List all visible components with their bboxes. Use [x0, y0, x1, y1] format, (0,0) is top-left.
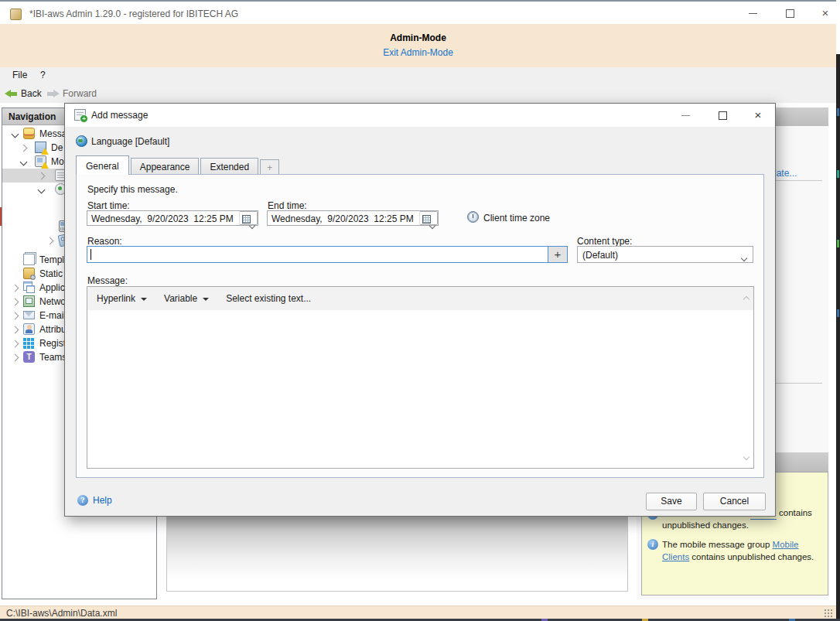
- message-preview-box: [166, 517, 628, 592]
- background-window-sliver: [836, 54, 840, 621]
- chevron-down-icon: [429, 223, 435, 229]
- content-type-select[interactable]: (Default): [577, 246, 753, 263]
- tree-item-label: E-mail: [39, 310, 66, 321]
- end-time-picker[interactable]: Wednesday, 9/20/2023 12:25 PM: [267, 210, 439, 226]
- templates-icon: [23, 254, 35, 265]
- teams-icon: [23, 351, 35, 363]
- dialog-maximize-button[interactable]: [710, 107, 735, 124]
- forward-label: Forward: [63, 88, 97, 99]
- network-icon: [23, 295, 35, 307]
- scroll-down-button[interactable]: [744, 451, 749, 462]
- dialog-close-button[interactable]: ×: [746, 107, 770, 124]
- chevron-down-icon: [741, 255, 747, 261]
- menu-file[interactable]: File: [12, 70, 27, 80]
- content-type-label: Content type:: [577, 236, 632, 247]
- applications-icon: [23, 281, 32, 291]
- app-window: *IBI-aws Admin 1.29.0 - registered for I…: [0, 0, 840, 621]
- tree-item-label: Attribu: [39, 324, 67, 335]
- back-button[interactable]: Back: [5, 87, 42, 100]
- message-toolbar-select-existing-text[interactable]: Select existing text...: [226, 293, 311, 304]
- tab-add[interactable]: +: [260, 159, 279, 175]
- tab-extended[interactable]: Extended: [200, 158, 258, 175]
- help-icon: [77, 495, 88, 506]
- minimize-icon: [681, 115, 690, 116]
- save-button[interactable]: Save: [646, 493, 697, 510]
- instruction-text: Specify this message.: [87, 184, 178, 195]
- maximize-button[interactable]: [777, 5, 803, 22]
- tree-item-label: Static: [39, 268, 63, 279]
- chevron-down-icon: [743, 454, 750, 460]
- language-label: Language [Default]: [91, 136, 169, 147]
- exit-admin-mode-link[interactable]: Exit Admin-Mode: [383, 47, 453, 58]
- dialog-title: Add message: [91, 110, 148, 121]
- static-icon: [23, 268, 35, 279]
- minimize-icon: [749, 13, 757, 14]
- end-time-label: End time:: [268, 200, 307, 211]
- help-label: Help: [93, 495, 112, 506]
- dialog-minimize-button[interactable]: [673, 107, 698, 124]
- message-editor[interactable]: HyperlinkVariableSelect existing text...: [87, 286, 754, 469]
- menu-help[interactable]: ?: [40, 70, 46, 80]
- chevron-right-icon[interactable]: [12, 326, 19, 334]
- start-time-calendar-button[interactable]: [239, 211, 258, 225]
- maximize-icon: [719, 111, 727, 120]
- chevron-right-icon[interactable]: [20, 145, 28, 152]
- reason-label: Reason:: [87, 236, 122, 247]
- reason-add-button[interactable]: +: [548, 247, 567, 262]
- add-message-icon: [74, 109, 86, 121]
- chevron-right-icon[interactable]: [12, 340, 19, 348]
- back-arrow-icon: [5, 90, 18, 98]
- tab-appearance[interactable]: Appearance: [131, 158, 200, 175]
- background-window-sliver: [0, 207, 2, 226]
- forward-button[interactable]: Forward: [46, 87, 97, 100]
- dialog-title-bar: Add message ×: [65, 104, 775, 127]
- reason-field: +: [87, 246, 568, 263]
- tab-general[interactable]: General: [76, 155, 129, 175]
- tree-item-label: Netwo: [39, 296, 66, 307]
- scroll-up-button[interactable]: [744, 293, 749, 304]
- message-toolbar-variable[interactable]: Variable: [164, 293, 209, 304]
- desktop-warning-icon: [35, 142, 46, 153]
- maximize-icon: [786, 9, 794, 18]
- client-time-zone-label: Client time zone: [483, 213, 550, 223]
- end-time-calendar-button[interactable]: [419, 211, 438, 225]
- notification-text: unpublished changes.: [662, 520, 749, 530]
- message-toolbar: HyperlinkVariableSelect existing text...: [87, 287, 753, 310]
- template-partial-link[interactable]: late...: [774, 168, 797, 179]
- registry-icon: [23, 337, 35, 349]
- chevron-right-icon[interactable]: [12, 312, 19, 320]
- close-button[interactable]: ×: [812, 5, 838, 22]
- chevron-right-icon[interactable]: [46, 237, 54, 245]
- chevron-right-icon[interactable]: [12, 285, 19, 292]
- chevron-right-icon[interactable]: [12, 299, 19, 306]
- chevron-right-icon[interactable]: [12, 354, 19, 362]
- resize-grip[interactable]: [824, 609, 833, 618]
- start-time-picker[interactable]: Wednesday, 9/20/2023 12:25 PM: [87, 210, 258, 226]
- message-toolbar-hyperlink[interactable]: Hyperlink: [97, 293, 147, 304]
- email-icon: [23, 311, 35, 319]
- text-caret: [90, 249, 91, 260]
- dropdown-caret-icon: [203, 298, 209, 301]
- admin-mode-banner: Admin-Mode Exit Admin-Mode: [0, 24, 836, 67]
- tree-item-label: Teams: [39, 352, 67, 363]
- add-message-dialog: Add message × Language [Default] General…: [64, 103, 776, 517]
- notification-text: contains: [779, 508, 812, 517]
- chevron-down-icon: [249, 223, 255, 229]
- tree-item-label: Applic: [39, 282, 65, 293]
- general-tab-page: Specify this message. Start time: Wednes…: [76, 174, 764, 478]
- back-label: Back: [21, 88, 42, 99]
- tree-item-label: Mo: [51, 156, 64, 167]
- info-icon: [647, 539, 658, 550]
- minimize-button[interactable]: [739, 5, 766, 22]
- sliver-mark: [837, 170, 839, 178]
- chevron-right-icon[interactable]: [38, 172, 46, 180]
- chevron-up-icon: [743, 296, 750, 302]
- chevron-down-icon[interactable]: [38, 186, 46, 194]
- messages-icon: [23, 128, 35, 139]
- content-type-value: (Default): [582, 250, 618, 261]
- cancel-button[interactable]: Cancel: [703, 493, 766, 510]
- app-logo-icon: [10, 9, 22, 20]
- chevron-down-icon[interactable]: [12, 131, 19, 138]
- chevron-down-icon[interactable]: [20, 159, 28, 166]
- reason-input[interactable]: [87, 247, 551, 265]
